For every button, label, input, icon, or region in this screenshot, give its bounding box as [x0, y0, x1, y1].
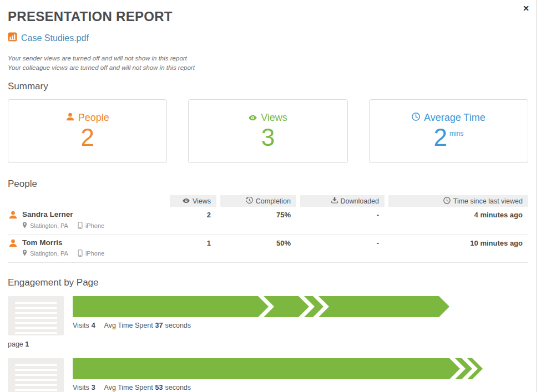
people-table: Views Completion [8, 195, 528, 262]
average-time-unit: mins [449, 130, 463, 138]
average-time-card-label: Average Time [424, 112, 486, 124]
person-icon [66, 112, 74, 124]
document-chart-icon [8, 32, 17, 44]
person-location: Slatington, PA [30, 222, 68, 229]
person-device: iPhone [85, 250, 104, 257]
cell-views: 1 [170, 238, 216, 258]
close-icon[interactable]: ✕ [522, 3, 530, 14]
clock-icon [412, 112, 420, 124]
person-icon [9, 239, 17, 258]
phone-icon [78, 250, 83, 258]
summary-cards: People 2 Views 3 [8, 99, 528, 163]
eye-icon [183, 197, 190, 205]
notice-colleague-views: Your colleague views are turned off and … [8, 63, 533, 73]
people-card-value: 2 [80, 125, 94, 150]
cell-completion: 75% [220, 210, 296, 230]
views-card: Views 3 [188, 99, 347, 163]
page-thumbnail[interactable] [8, 358, 64, 392]
average-time-card-value: 2mins [433, 125, 463, 150]
people-heading: People [8, 179, 533, 190]
report-notices: Your sender views are turned off and wil… [8, 54, 533, 72]
person-name: Sandra Lerner [22, 210, 104, 219]
cell-views: 2 [170, 210, 216, 230]
engagement-bar-chart [73, 358, 483, 379]
clock-icon [443, 197, 451, 206]
presentation-report-modal: ✕ PRESENTATION REPORT Case Studies.pdf Y… [0, 0, 537, 392]
notice-sender-views: Your sender views are turned off and wil… [8, 54, 533, 63]
engagement-page-row: page 2 Visits3Avg Time Spent53seconds [8, 358, 533, 392]
cell-last-viewed: 4 minutes ago [388, 210, 528, 230]
column-header-time-since-last-viewed[interactable]: Time since last viewed [388, 195, 528, 207]
location-pin-icon [22, 222, 27, 230]
views-card-value: 3 [261, 125, 275, 150]
page-thumbnail[interactable] [8, 296, 64, 335]
cell-last-viewed: 10 minutes ago [388, 238, 528, 258]
people-table-header: Views Completion [8, 195, 528, 207]
cell-downloaded: - [300, 238, 385, 258]
column-header-completion[interactable]: Completion [220, 195, 296, 207]
engagement-page-row: page 1 Visits4Avg Time Spent37seconds [8, 296, 533, 348]
engagement-bar-chart [73, 296, 449, 317]
person-icon [9, 211, 17, 230]
location-pin-icon [22, 250, 27, 257]
people-card: People 2 [8, 99, 167, 163]
page-title: PRESENTATION REPORT [8, 9, 533, 24]
table-row[interactable]: Tom Morris Slatington, PA [8, 235, 528, 263]
column-header-views[interactable]: Views [170, 195, 216, 207]
engagement-stats: Visits3Avg Time Spent53seconds [73, 384, 483, 391]
people-card-label: People [78, 112, 109, 124]
person-device: iPhone [85, 222, 104, 229]
eye-icon [249, 112, 257, 124]
document-link[interactable]: Case Studies.pdf [21, 33, 89, 43]
download-icon [331, 197, 338, 205]
views-card-label: Views [261, 112, 287, 124]
person-name: Tom Morris [22, 238, 104, 247]
engagement-heading: Engagement by Page [8, 277, 533, 288]
engagement-stats: Visits4Avg Time Spent37seconds [73, 322, 449, 329]
table-row[interactable]: Sandra Lerner Slatington, PA [8, 207, 528, 235]
summary-heading: Summary [8, 81, 533, 92]
cell-downloaded: - [300, 210, 385, 230]
cell-completion: 50% [220, 238, 296, 258]
phone-icon [78, 222, 83, 230]
page-label: page 1 [8, 340, 64, 348]
column-header-downloaded[interactable]: Downloaded [300, 195, 385, 207]
history-icon [246, 197, 253, 206]
average-time-card: Average Time 2mins [369, 99, 528, 163]
document-row: Case Studies.pdf [8, 32, 533, 44]
person-location: Slatington, PA [30, 250, 68, 257]
